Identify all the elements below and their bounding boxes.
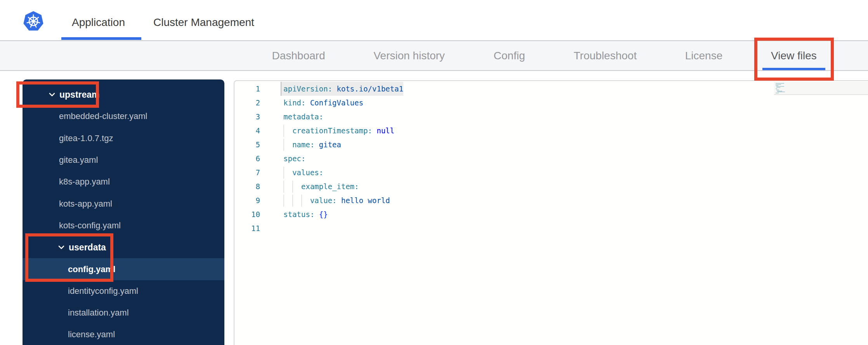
line-number: 4 [234, 124, 260, 138]
indent-guide [283, 181, 284, 193]
indent-guide [283, 125, 284, 137]
token-value [314, 210, 319, 219]
indent-guide [292, 195, 293, 207]
tree-folder-upstream[interactable]: upstream [23, 84, 224, 105]
indent-guide [283, 167, 284, 179]
line-number: 2 [234, 96, 260, 110]
app-header: Application Cluster Management [0, 0, 868, 41]
line-number: 1 [234, 82, 260, 96]
nav-tab-dashboard[interactable]: Dashboard [272, 50, 325, 62]
code-line-2[interactable]: 2kind: ConfigValues [234, 96, 868, 110]
indent-guide [292, 181, 293, 193]
token-key: values: [292, 168, 323, 177]
tree-item-label: upstream [59, 90, 100, 100]
line-number: 8 [234, 179, 260, 193]
tree-file-identityconfig-yaml[interactable]: identityconfig.yaml [23, 280, 224, 302]
file-tree-sidebar: upstreamembedded-cluster.yamlgitea-1.0.7… [23, 79, 224, 345]
code-line-8[interactable]: 8example_item: [234, 179, 868, 193]
tree-file-kots-app-yaml[interactable]: kots-app.yaml [23, 193, 224, 214]
token-key: metadata: [283, 112, 323, 121]
token-keyword: null [377, 126, 394, 135]
minimap-line-mark [776, 93, 779, 93]
token-key: apiVersion: [283, 85, 332, 93]
token-key: creationTimestamp: [292, 126, 372, 135]
tree-item-label: installation.yaml [68, 308, 129, 318]
code-line-11[interactable]: 11 [234, 221, 868, 235]
code-line-content: kind: ConfigValues [283, 96, 363, 110]
active-tab-underline [61, 37, 141, 40]
code-line-content: creationTimestamp: null [292, 124, 394, 138]
tree-file-embedded-cluster-yaml[interactable]: embedded-cluster.yaml [23, 105, 224, 127]
nav-tab-license[interactable]: License [685, 50, 723, 62]
indent-guide [283, 139, 284, 151]
tree-file-config-yaml[interactable]: config.yaml [23, 258, 224, 280]
minimap-line-mark [778, 91, 785, 92]
nav-tab-troubleshoot[interactable]: Troubleshoot [574, 50, 637, 62]
tree-item-label: identityconfig.yaml [68, 286, 138, 296]
view-files-active-underline [762, 68, 825, 70]
tree-item-label: userdata [69, 242, 106, 253]
tab-cluster-management[interactable]: Cluster Management [153, 16, 254, 29]
line-number: 11 [234, 221, 260, 235]
minimap-line-mark [776, 83, 784, 84]
minimap-line-mark [776, 85, 778, 86]
minimap-line-mark [776, 86, 784, 87]
tree-folder-userdata[interactable]: userdata [23, 236, 224, 258]
code-line-9[interactable]: 9value: hello world [234, 193, 868, 207]
token-value [372, 126, 377, 135]
app-navbar: DashboardVersion historyConfigTroublesho… [0, 41, 868, 71]
kubernetes-logo-icon [23, 10, 44, 33]
yaml-code-editor[interactable]: 1apiVersion: kots.io/v1beta12kind: Confi… [234, 80, 868, 345]
nav-tab-config[interactable]: Config [494, 50, 525, 62]
token-key: example_item: [301, 182, 359, 191]
code-line-10[interactable]: 10status: {} [234, 207, 868, 221]
tree-file-k8s-app-yaml[interactable]: k8s-app.yaml [23, 171, 224, 193]
code-line-1[interactable]: 1apiVersion: kots.io/v1beta1 [234, 82, 868, 96]
line-number: 5 [234, 138, 260, 152]
tab-application[interactable]: Application [72, 16, 125, 29]
tree-item-label: gitea-1.0.7.tgz [59, 133, 113, 143]
nav-tab-view-files[interactable]: View files [771, 50, 817, 62]
token-key: status: [283, 210, 314, 219]
code-line-7[interactable]: 7values: [234, 166, 868, 179]
tree-file-gitea-yaml[interactable]: gitea.yaml [23, 149, 224, 171]
tree-item-label: kots-app.yaml [59, 199, 112, 209]
chevron-down-icon [48, 91, 56, 98]
code-line-content: example_item: [301, 179, 359, 193]
line-number: 3 [234, 110, 260, 124]
code-line-5[interactable]: 5name: gitea [234, 138, 868, 152]
code-line-6[interactable]: 6spec: [234, 152, 868, 166]
code-line-4[interactable]: 4creationTimestamp: null [234, 124, 868, 138]
tree-file-license-yaml[interactable]: license.yaml [23, 324, 224, 345]
nav-tab-version-history[interactable]: Version history [373, 50, 445, 62]
code-line-content: apiVersion: kots.io/v1beta1 [281, 82, 403, 96]
token-key: spec: [283, 154, 306, 163]
token-key: name: [292, 140, 314, 149]
tree-file-gitea-1-0-7-tgz[interactable]: gitea-1.0.7.tgz [23, 128, 224, 149]
token-value: gitea [314, 140, 341, 149]
indent-guide [301, 195, 302, 207]
indent-guide [283, 195, 284, 207]
token-value: kots.io/v1beta1 [332, 85, 403, 93]
code-line-content: status: {} [283, 207, 328, 221]
tree-item-label: license.yaml [68, 329, 115, 340]
token-key: value: [310, 196, 337, 205]
line-number: 7 [234, 166, 260, 179]
line-number: 6 [234, 152, 260, 166]
tree-item-label: gitea.yaml [59, 155, 98, 165]
tree-item-label: config.yaml [68, 264, 115, 274]
code-line-content: spec: [283, 152, 306, 166]
code-line-content: value: hello world [310, 193, 390, 207]
code-line-3[interactable]: 3metadata: [234, 110, 868, 124]
tree-item-label: kots-config.yaml [59, 221, 121, 231]
code-line-content: name: gitea [292, 138, 341, 152]
token-value: hello world [337, 196, 390, 205]
tree-file-kots-config-yaml[interactable]: kots-config.yaml [23, 215, 224, 236]
minimap-slider[interactable] [774, 82, 868, 95]
minimap-line-mark [776, 90, 779, 90]
minimap-line-mark [776, 84, 781, 85]
tree-file-installation-yaml[interactable]: installation.yaml [23, 302, 224, 324]
minimap-line-mark [776, 87, 780, 88]
token-bracket: {} [319, 210, 328, 219]
code-line-content: metadata: [283, 110, 323, 124]
